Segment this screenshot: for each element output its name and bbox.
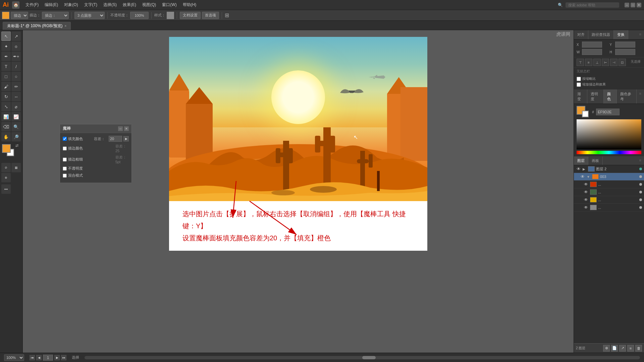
hand-tool[interactable]: ✋ — [1, 132, 11, 141]
column-graph-tool[interactable]: 📈 — [11, 112, 21, 121]
opacity-checkbox[interactable] — [63, 167, 67, 171]
artboards-tab[interactable]: 画板 — [588, 157, 603, 165]
symbol-tool[interactable]: ⊕ — [1, 173, 11, 182]
opacity-tab[interactable]: 透明度 — [587, 89, 604, 104]
minimize-button[interactable]: ─ — [625, 3, 629, 7]
zoom-tool[interactable]: 🔎 — [11, 132, 21, 141]
hex-input[interactable] — [596, 109, 620, 115]
fill-none-btn[interactable]: ⊘ — [1, 163, 11, 172]
layer-red-visibility[interactable]: 👁 — [583, 182, 589, 187]
layer-2-item[interactable]: 👁 ▶ 图层 2 — [574, 165, 644, 173]
swap-colors-icon[interactable]: ⇄ — [15, 143, 18, 148]
more-tools[interactable]: ••• — [1, 184, 11, 194]
warp-tool[interactable]: ⌀ — [11, 102, 21, 111]
layer-options-button[interactable]: ≡ — [627, 345, 634, 352]
opacity-input[interactable] — [130, 12, 149, 19]
gradient-btn[interactable]: ▦ — [11, 163, 21, 172]
layer-gray-visibility[interactable]: 👁 — [583, 205, 589, 210]
point-select[interactable]: 3 点圆形 — [74, 12, 105, 19]
option-checkbox-2[interactable] — [577, 82, 581, 87]
stroke-weight-checkbox[interactable] — [63, 158, 67, 162]
layer-2-visibility[interactable]: 👁 — [576, 166, 581, 172]
h-input[interactable] — [615, 49, 635, 55]
tab-close-button[interactable]: × — [65, 24, 67, 28]
prev-page-button[interactable]: ◀ — [36, 355, 42, 360]
layer-003-item[interactable]: 👁 ▼ 003 — [574, 173, 644, 181]
fill-color-checkbox[interactable] — [63, 137, 67, 141]
transform-tab[interactable]: 变换 — [614, 30, 628, 39]
arrange-icon[interactable]: ⊞ — [225, 12, 229, 18]
gradient-tab[interactable]: 渐变 — [574, 89, 587, 104]
tolerance-input[interactable] — [109, 136, 122, 142]
layer-green-item[interactable]: 👁 ... — [574, 188, 644, 196]
align-left-icon[interactable]: ⊢ — [602, 59, 609, 66]
menu-file[interactable]: 文件(F) — [23, 1, 41, 8]
scale-tool[interactable]: ⤡ — [1, 102, 11, 111]
menu-text[interactable]: 文字(T) — [82, 1, 100, 8]
pencil-tool[interactable]: ✏ — [11, 82, 21, 91]
direct-select-tool[interactable]: ↗ — [11, 32, 21, 41]
panel-minimize-button[interactable]: ─ — [118, 126, 123, 131]
mode-select[interactable]: 插边： — [42, 12, 69, 19]
page-input[interactable] — [43, 355, 53, 361]
bg-color-swatch[interactable] — [582, 111, 589, 117]
color-gradient-picker[interactable] — [577, 119, 641, 149]
color-ref-tab[interactable]: 颜色参考 — [617, 89, 636, 104]
layer-2-expand[interactable]: ▶ — [583, 167, 587, 171]
panel-header[interactable]: 魔棒 ─ ✕ — [60, 124, 131, 133]
ellipse-tool[interactable]: ○ — [11, 72, 21, 81]
last-page-button[interactable]: ⏭ — [61, 355, 66, 360]
paintbrush-tool[interactable]: 🖌 — [1, 82, 11, 91]
pen-tool[interactable]: ✒ — [1, 52, 11, 61]
layer-gray-item[interactable]: 👁 ... — [574, 204, 644, 212]
preferences-button[interactable]: 首选项 — [202, 12, 219, 19]
layer-003-visibility[interactable]: 👁 — [580, 174, 585, 179]
home-button[interactable]: 🏠 — [12, 1, 19, 9]
stroke-select[interactable]: 描边 — [11, 12, 28, 19]
x-input[interactable] — [582, 42, 602, 48]
menu-window[interactable]: 窗口(W) — [159, 1, 179, 8]
rect-tool[interactable]: □ — [1, 72, 11, 81]
graph-tool[interactable]: 📊 — [1, 112, 11, 121]
reflect-tool[interactable]: ↔ — [11, 92, 21, 101]
doc-settings-button[interactable]: 文档设置 — [180, 12, 201, 19]
align-tab[interactable]: 对齐 — [574, 30, 588, 39]
menu-effect[interactable]: 效果(E) — [120, 1, 139, 8]
rotate-tool[interactable]: ↻ — [1, 92, 11, 101]
color-panel-options[interactable]: ≡ — [637, 89, 644, 104]
layers-options-icon[interactable]: ≡ — [637, 157, 644, 165]
layers-tab[interactable]: 图层 — [574, 157, 588, 165]
align-top-icon[interactable]: ⊤ — [577, 59, 584, 66]
tolerance-up-button[interactable]: ▶ — [123, 136, 129, 141]
layer-yellow-item[interactable]: 👁 ... — [574, 196, 644, 204]
menu-select[interactable]: 选择(S) — [101, 1, 119, 8]
menu-object[interactable]: 对象(O) — [61, 1, 80, 8]
magic-wand-tool[interactable]: ✦ — [1, 42, 11, 51]
eraser-tool[interactable]: ⌫ — [1, 122, 11, 131]
next-page-button[interactable]: ▶ — [54, 355, 60, 360]
search-input[interactable] — [566, 2, 619, 8]
maximize-button[interactable]: □ — [631, 3, 635, 7]
first-page-button[interactable]: ⏮ — [30, 355, 35, 360]
stroke-color-checkbox[interactable] — [63, 146, 67, 150]
menu-edit[interactable]: 编辑(E) — [42, 1, 61, 8]
delete-layer-button[interactable]: 🗑 — [635, 345, 642, 352]
make-mask-button[interactable]: ⊕ — [603, 345, 610, 352]
add-anchor-tool[interactable]: ✒+ — [11, 52, 21, 61]
layer-green-visibility[interactable]: 👁 — [583, 189, 589, 195]
path-tool[interactable]: / — [11, 62, 21, 71]
selection-tool[interactable]: ↖ — [1, 32, 11, 41]
blend-mode-checkbox[interactable] — [63, 174, 67, 178]
text-tool[interactable]: T — [1, 62, 11, 71]
color-tab[interactable]: 颜色 — [604, 89, 617, 104]
align-bottom-icon[interactable]: ⊥ — [593, 59, 601, 66]
pathfinder-tab[interactable]: 路径查找器 — [588, 30, 614, 39]
horizontal-scrollbar[interactable] — [85, 356, 640, 359]
move-to-layer-button[interactable]: ↗ — [619, 345, 626, 352]
option-checkbox-1[interactable] — [577, 77, 581, 81]
align-right-icon[interactable]: ⊡ — [619, 59, 626, 66]
create-layer-button[interactable]: 📄 — [611, 345, 618, 352]
canvas-image[interactable]: ↖ — [169, 37, 427, 201]
hue-bar[interactable] — [577, 151, 641, 154]
align-middle-icon[interactable]: ≡ — [585, 59, 592, 66]
